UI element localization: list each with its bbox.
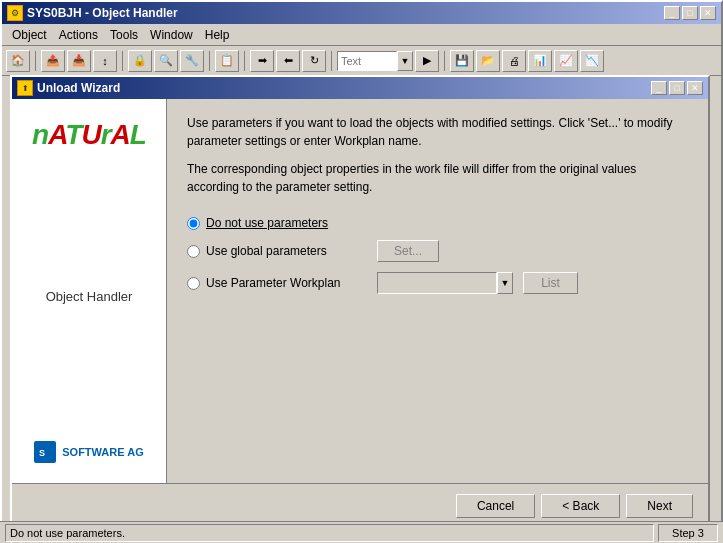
toolbar-btn-13[interactable]: 🖨 bbox=[502, 50, 526, 72]
toolbar-btn-go[interactable]: ▶ bbox=[415, 50, 439, 72]
toolbar-btn-8[interactable]: 📋 bbox=[215, 50, 239, 72]
menu-window[interactable]: Window bbox=[144, 26, 199, 44]
option-1-radio[interactable] bbox=[187, 217, 200, 230]
toolbar-text-dropdown: ▼ bbox=[337, 51, 413, 71]
maximize-button[interactable]: □ bbox=[682, 6, 698, 20]
right-panel: Use parameters if you want to load the o… bbox=[167, 99, 708, 483]
option-row-3: Use Parameter Workplan ▼ List bbox=[187, 272, 688, 294]
software-ag-logo: S SOFTWARE AG bbox=[34, 441, 143, 463]
option-1-text: Do not use parameters bbox=[206, 216, 328, 230]
option-3-radio[interactable] bbox=[187, 277, 200, 290]
option-1-label[interactable]: Do not use parameters bbox=[187, 216, 367, 230]
next-button[interactable]: Next bbox=[626, 494, 693, 518]
menu-help[interactable]: Help bbox=[199, 26, 236, 44]
toolbar-btn-15[interactable]: 📈 bbox=[554, 50, 578, 72]
toolbar-sep-6 bbox=[444, 51, 445, 71]
toolbar-text-input[interactable] bbox=[337, 51, 397, 71]
toolbar-btn-refresh[interactable]: ↻ bbox=[302, 50, 326, 72]
main-window: ⚙ SYS0BJH - Object Handler _ □ ✕ Object … bbox=[0, 0, 723, 543]
app-icon: ⚙ bbox=[7, 5, 23, 21]
menu-bar: Object Actions Tools Window Help bbox=[2, 24, 721, 46]
options-section: Do not use parameters Use global paramet… bbox=[187, 216, 688, 294]
window-title: SYS0BJH - Object Handler bbox=[27, 6, 178, 20]
option-3-label[interactable]: Use Parameter Workplan bbox=[187, 276, 367, 290]
toolbar-btn-11[interactable]: 💾 bbox=[450, 50, 474, 72]
status-text: Do not use parameters. bbox=[5, 524, 654, 542]
sag-icon: S bbox=[34, 441, 56, 463]
option-row-2: Use global parameters Set... bbox=[187, 240, 688, 262]
toolbar-btn-10[interactable]: ⬅ bbox=[276, 50, 300, 72]
toolbar-btn-3[interactable]: 📥 bbox=[67, 50, 91, 72]
unload-wizard-dialog: ⬆ Unload Wizard _ □ ✕ nATUrAL Object Han… bbox=[10, 75, 710, 530]
option-row-1: Do not use parameters bbox=[187, 216, 688, 230]
toolbar-btn-7[interactable]: 🔧 bbox=[180, 50, 204, 72]
workplan-dropdown-arrow[interactable]: ▼ bbox=[497, 272, 513, 294]
option-2-radio[interactable] bbox=[187, 245, 200, 258]
menu-actions[interactable]: Actions bbox=[53, 26, 104, 44]
back-button[interactable]: < Back bbox=[541, 494, 620, 518]
dialog-body: nATUrAL Object Handler S SOFTWARE AG Use… bbox=[12, 99, 708, 483]
natural-logo: nATUrAL bbox=[32, 119, 146, 151]
description-text-2: The corresponding object properties in t… bbox=[187, 160, 688, 196]
object-handler-label: Object Handler bbox=[46, 289, 133, 304]
dialog-maximize-button[interactable]: □ bbox=[669, 81, 685, 95]
toolbar-dropdown-arrow[interactable]: ▼ bbox=[397, 51, 413, 71]
description-text-1: Use parameters if you want to load the o… bbox=[187, 114, 688, 150]
toolbar-btn-1[interactable]: 🏠 bbox=[6, 50, 30, 72]
toolbar-btn-5[interactable]: 🔒 bbox=[128, 50, 152, 72]
status-step: Step 3 bbox=[658, 524, 718, 542]
toolbar-btn-12[interactable]: 📂 bbox=[476, 50, 500, 72]
toolbar-sep-2 bbox=[122, 51, 123, 71]
dialog-title-bar: ⬆ Unload Wizard _ □ ✕ bbox=[12, 77, 708, 99]
minimize-button[interactable]: _ bbox=[664, 6, 680, 20]
workplan-dropdown: ▼ bbox=[377, 272, 513, 294]
left-panel: nATUrAL Object Handler S SOFTWARE AG bbox=[12, 99, 167, 483]
toolbar-sep-4 bbox=[244, 51, 245, 71]
toolbar-btn-4[interactable]: ↕ bbox=[93, 50, 117, 72]
status-bar: Do not use parameters. Step 3 bbox=[0, 521, 723, 543]
toolbar-sep-5 bbox=[331, 51, 332, 71]
toolbar-btn-6[interactable]: 🔍 bbox=[154, 50, 178, 72]
dialog-minimize-button[interactable]: _ bbox=[651, 81, 667, 95]
option-2-label[interactable]: Use global parameters bbox=[187, 244, 367, 258]
software-ag-text: SOFTWARE AG bbox=[62, 446, 143, 458]
toolbar-sep-3 bbox=[209, 51, 210, 71]
menu-tools[interactable]: Tools bbox=[104, 26, 144, 44]
toolbar-sep-1 bbox=[35, 51, 36, 71]
close-button[interactable]: ✕ bbox=[700, 6, 716, 20]
toolbar: 🏠 📤 📥 ↕ 🔒 🔍 🔧 📋 ➡ ⬅ ↻ ▼ ▶ 💾 📂 🖨 📊 📈 📉 bbox=[2, 46, 721, 76]
list-button[interactable]: List bbox=[523, 272, 578, 294]
option-3-text: Use Parameter Workplan bbox=[206, 276, 341, 290]
dialog-title: Unload Wizard bbox=[37, 81, 120, 95]
menu-object[interactable]: Object bbox=[6, 26, 53, 44]
toolbar-btn-2[interactable]: 📤 bbox=[41, 50, 65, 72]
cancel-button[interactable]: Cancel bbox=[456, 494, 535, 518]
option-2-text: Use global parameters bbox=[206, 244, 327, 258]
title-bar: ⚙ SYS0BJH - Object Handler _ □ ✕ bbox=[2, 2, 721, 24]
toolbar-btn-14[interactable]: 📊 bbox=[528, 50, 552, 72]
dialog-icon: ⬆ bbox=[17, 80, 33, 96]
dialog-close-button[interactable]: ✕ bbox=[687, 81, 703, 95]
workplan-input[interactable] bbox=[377, 272, 497, 294]
toolbar-btn-16[interactable]: 📉 bbox=[580, 50, 604, 72]
svg-text:S: S bbox=[39, 448, 45, 458]
toolbar-btn-9[interactable]: ➡ bbox=[250, 50, 274, 72]
set-button[interactable]: Set... bbox=[377, 240, 439, 262]
